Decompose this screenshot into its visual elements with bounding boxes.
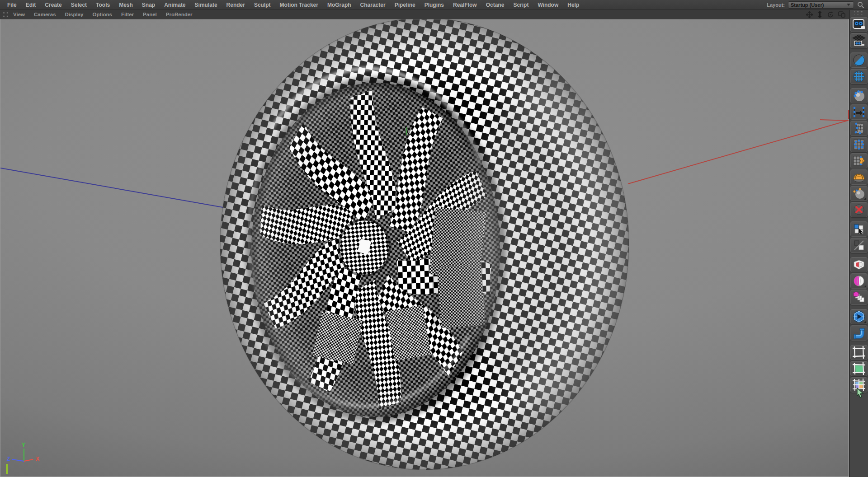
menu-mograph[interactable]: MoGraph <box>323 0 356 10</box>
z-axis-line <box>0 168 223 207</box>
duplicate-array-cubes-icon[interactable] <box>850 290 868 305</box>
menu-octane[interactable]: Octane <box>481 0 509 10</box>
menu-file[interactable]: File <box>3 0 21 10</box>
cinema4d-window: File Edit Create Select Tools Mesh Snap … <box>0 0 868 477</box>
vp-menu-cameras[interactable]: Cameras <box>29 10 61 19</box>
uv-polygon-fill-icon[interactable] <box>850 361 868 376</box>
menu-pipeline[interactable]: Pipeline <box>390 0 420 10</box>
lattice-point-ring-icon[interactable] <box>850 137 868 152</box>
menu-realflow[interactable]: RealFlow <box>448 0 481 10</box>
menu-mesh[interactable]: Mesh <box>114 0 137 10</box>
toggle-visibility-cubes-icon[interactable] <box>850 238 868 253</box>
split-sphere-icon[interactable] <box>850 273 868 289</box>
right-command-palette <box>849 10 868 477</box>
interactive-render-region-icon[interactable] <box>850 69 868 84</box>
delete-command-icon[interactable] <box>850 202 868 217</box>
vp-menu-display[interactable]: Display <box>61 10 88 19</box>
select-child-cubes-icon[interactable] <box>850 221 868 237</box>
y-axis-bar <box>6 464 8 474</box>
layout-dropdown-value: Startup (User) <box>791 2 847 8</box>
3d-viewport[interactable]: Y Z X <box>0 19 849 477</box>
x-axis-line-far <box>820 120 849 121</box>
menu-snap[interactable]: Snap <box>137 0 160 10</box>
menu-animate[interactable]: Animate <box>160 0 190 10</box>
tangent-handle-sphere-icon[interactable] <box>850 186 868 201</box>
paint-surface-icon[interactable] <box>850 169 868 185</box>
main-menubar: File Edit Create Select Tools Mesh Snap … <box>0 0 868 10</box>
wheel-object[interactable] <box>220 19 673 470</box>
rotate-view-icon[interactable] <box>827 11 834 18</box>
x-axis-line <box>628 120 849 184</box>
gizmo-x-axis <box>24 459 33 461</box>
render-to-picture-viewer-icon[interactable] <box>850 33 868 48</box>
transfer-selection-icon[interactable] <box>850 104 868 120</box>
edit-render-settings-icon[interactable] <box>850 52 868 68</box>
menu-select[interactable]: Select <box>66 0 91 10</box>
menu-edit[interactable]: Edit <box>21 0 41 10</box>
x-axis-line-sliver <box>848 110 849 119</box>
soft-selection-surface-icon[interactable] <box>850 121 868 136</box>
menu-sculpt[interactable]: Sculpt <box>250 0 275 10</box>
pan-view-icon[interactable] <box>806 11 813 18</box>
uv-polygon-frame-icon[interactable] <box>850 345 868 360</box>
menu-character[interactable]: Character <box>356 0 390 10</box>
gizmo-z-axis <box>12 459 24 461</box>
checkered-wheel-render <box>0 19 849 477</box>
menu-motion-tracker[interactable]: Motion Tracker <box>275 0 323 10</box>
layout-dropdown[interactable]: Startup (User) <box>788 1 854 9</box>
menu-help[interactable]: Help <box>563 0 584 10</box>
viewport-view-controls <box>806 11 849 18</box>
vp-menu-panel[interactable]: Panel <box>138 10 161 19</box>
menu-window[interactable]: Window <box>533 0 563 10</box>
open-volume-cube-icon[interactable] <box>850 257 868 272</box>
menu-tools[interactable]: Tools <box>91 0 114 10</box>
vp-menu-options[interactable]: Options <box>88 10 117 19</box>
point-selection-sphere-icon[interactable] <box>850 88 868 103</box>
chevron-down-icon <box>847 4 850 6</box>
vp-menu-prorender[interactable]: ProRender <box>161 10 197 19</box>
dolly-view-icon[interactable] <box>817 11 823 18</box>
ffd-grid-points-icon[interactable] <box>850 153 868 168</box>
gizmo-x-label: X <box>36 456 39 462</box>
vp-menu-view[interactable]: View <box>9 10 29 19</box>
menu-simulate[interactable]: Simulate <box>190 0 222 10</box>
palette-grip-handle[interactable] <box>854 11 864 15</box>
menu-script[interactable]: Script <box>509 0 533 10</box>
prorender-start-icon[interactable] <box>850 309 868 324</box>
render-view-camera-icon[interactable] <box>850 17 868 32</box>
layout-label: Layout: <box>767 2 785 8</box>
vp-menu-filter[interactable]: Filter <box>117 10 138 19</box>
menu-render[interactable]: Render <box>222 0 250 10</box>
viewport-menubar: View Cameras Display Options Filter Pane… <box>0 10 849 19</box>
palette-grip-handle[interactable] <box>1 12 8 17</box>
mouse-cursor <box>856 388 864 398</box>
gizmo-z-label: Z <box>7 456 10 462</box>
menu-plugins[interactable]: Plugins <box>420 0 448 10</box>
search-icon[interactable] <box>857 1 864 9</box>
toggle-panels-icon[interactable] <box>838 11 845 18</box>
pipe-primitive-icon[interactable] <box>850 325 868 341</box>
gizmo-y-label: Y <box>22 442 25 448</box>
world-axis-gizmo: Y Z X <box>3 441 44 470</box>
menu-create[interactable]: Create <box>40 0 66 10</box>
